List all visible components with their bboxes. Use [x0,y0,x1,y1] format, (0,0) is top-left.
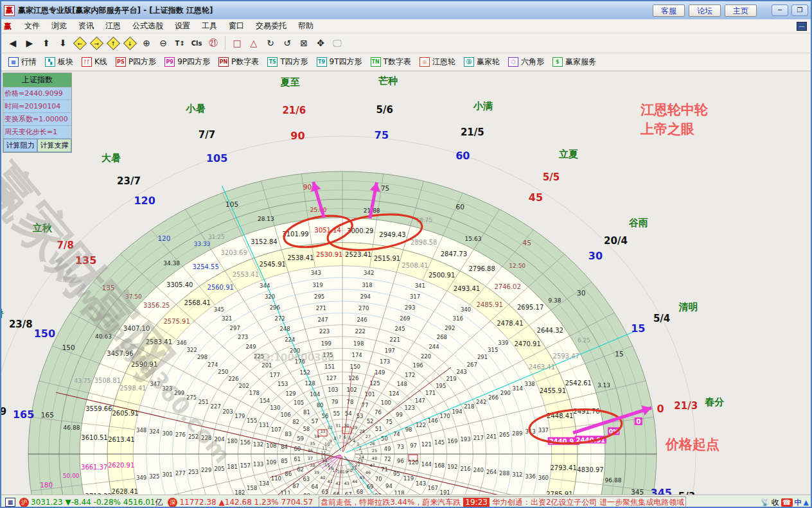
menu-交易委托[interactable]: 交易委托 [250,20,292,31]
menu-江恩[interactable]: 江恩 [100,20,127,31]
instrument-name: 上证指数 [3,73,71,87]
tool-hexagon[interactable]: ⬡六角形 [505,55,547,69]
svg-text:293: 293 [405,304,415,311]
menu-工具[interactable]: 工具 [196,20,223,31]
svg-text:144: 144 [421,461,432,468]
svg-text:324: 324 [149,428,159,435]
svg-text:228: 228 [201,435,211,441]
rotate-ccw-icon[interactable]: ↺ [279,35,295,51]
phone-icon[interactable]: ☎ [781,498,793,507]
tool-t-square[interactable]: TST四方形 [264,55,311,69]
sh-index-value: 3031.23 ▼-8.44 -0.28% 4516.01亿 [31,497,163,508]
tool-quotes-grid[interactable]: ▦行情 [5,55,40,69]
gann-wheel-svg[interactable]: 2440.912448.412455.912463.412470.912478.… [1,71,812,495]
peak-up-icon[interactable]: ⬆ [39,35,54,51]
square-tool-icon[interactable]: □ [229,35,245,51]
cls-icon[interactable]: Cls [189,35,204,51]
svg-text:269: 269 [400,315,410,322]
titlebar-button-论坛[interactable]: 论坛 [689,4,721,17]
svg-text:2523.41: 2523.41 [345,251,371,258]
mdi-minimize-button[interactable]: — [797,22,807,31]
svg-text:174: 174 [351,352,362,358]
diamond-up-icon[interactable]: ↑ [105,35,121,51]
menu-资讯[interactable]: 资讯 [73,20,100,31]
svg-text:150: 150 [350,363,360,370]
minimize-button[interactable]: ─ [772,4,788,16]
triangle-tool-icon[interactable]: △ [246,35,261,51]
titlebar-buttons: 客服论坛主页─❐ [649,4,808,17]
diamond-left-icon[interactable]: ← [72,35,87,51]
zoom-out-icon[interactable]: ⊖ [155,35,171,51]
peak-down-icon[interactable]: ⬇ [55,35,71,51]
quotes-grid-icon[interactable]: ▦ [5,498,15,507]
gann-wheel-chart[interactable]: 2440.912448.412455.912463.412470.912478.… [1,71,812,495]
svg-text:94: 94 [385,483,393,489]
svg-text:2493.41: 2493.41 [454,285,480,292]
svg-text:273: 273 [238,334,248,340]
tool-blocks[interactable]: ▚板块 [42,55,76,69]
menu-文件[interactable]: 文件 [19,20,46,31]
volume-icon[interactable]: ▲ [804,498,809,507]
svg-text:3508.81: 3508.81 [94,377,121,384]
tool-9t-square[interactable]: T99T四方形 [313,55,366,69]
svg-text:5/5: 5/5 [543,171,560,183]
svg-text:205: 205 [214,466,224,472]
rotate-cw-icon[interactable]: ↻ [263,35,278,51]
svg-text:152: 152 [300,369,310,376]
easel-icon[interactable]: 🖵 [330,35,345,51]
menu-浏览[interactable]: 浏览 [46,20,73,31]
svg-text:8: 8 [333,436,336,441]
tool-9p-square[interactable]: P99P四方形 [161,55,213,69]
zoom-in-icon[interactable]: ⊕ [139,35,154,51]
center-tool-icon[interactable]: ✥ [313,35,328,51]
tool-p-table[interactable]: PNP数字表 [215,55,262,69]
news-ticker[interactable]: 盘前走低，特斯拉跌3.44%，蔚来汽车跌 19:23 华力创通：出资2亿设立子公… [319,496,686,508]
diamond-right-icon[interactable]: → [89,35,104,51]
svg-text:86: 86 [285,471,292,477]
tool-gann-wheel[interactable]: ◎江恩轮 [416,55,459,69]
svg-text:70: 70 [375,476,382,482]
svg-text:289: 289 [512,430,522,437]
x-box-icon[interactable]: ⊠ [296,35,312,51]
svg-text:299: 299 [174,390,184,396]
menu-窗口[interactable]: 窗口 [223,20,250,31]
tool-p-square[interactable]: PSP四方形 [112,55,159,69]
calendar-21-icon[interactable]: ㉑ [206,35,221,51]
back-arrow-icon[interactable]: ◀ [5,35,21,51]
svg-text:2463.41: 2463.41 [529,363,555,371]
tool-service[interactable]: $赢家服务 [549,55,599,69]
tool-kline[interactable]: ᛚᛚK线 [78,55,110,69]
ime-icon[interactable]: 中 [795,498,802,507]
svg-text:小满: 小满 [473,100,493,112]
winner-wheel-icon: Ⓑ [464,57,474,67]
svg-text:75: 75 [375,129,389,141]
titlebar-button-主页[interactable]: 主页 [725,4,757,17]
svg-text:312: 312 [512,471,522,478]
menu-帮助[interactable]: 帮助 [292,20,319,31]
svg-text:192: 192 [447,464,457,470]
tool-t-table[interactable]: TNT数字表 [367,55,414,69]
svg-text:45: 45 [529,191,543,204]
svg-text:104: 104 [310,391,320,398]
svg-text:60: 60 [456,203,464,211]
t-updown-icon[interactable]: T↕ [172,35,188,51]
tool-winner-wheel[interactable]: Ⓑ赢家轮 [461,55,503,69]
diamond-down-icon[interactable]: ↓ [122,35,137,51]
maximize-button[interactable]: ❐ [791,4,808,16]
titlebar-button-客服[interactable]: 客服 [653,4,685,17]
svg-text:345: 345 [214,306,224,313]
9t-square-icon: T9 [317,57,327,67]
svg-text:上帝之眼: 上帝之眼 [640,121,694,137]
menu-公式选股[interactable]: 公式选股 [127,20,169,31]
forward-arrow-icon[interactable]: ▶ [22,35,37,51]
svg-text:31.25: 31.25 [208,234,225,240]
menu-设置[interactable]: 设置 [169,20,196,31]
svg-text:2575.91: 2575.91 [163,318,190,325]
calc-support-button[interactable]: 计算支撑 [37,139,71,152]
svg-text:226: 226 [228,376,238,382]
svg-text:24: 24 [359,455,364,460]
svg-text:53: 53 [357,413,364,419]
tool-label: K线 [94,57,107,67]
svg-text:45: 45 [523,239,531,247]
calc-resistance-button[interactable]: 计算阻力 [3,139,37,152]
